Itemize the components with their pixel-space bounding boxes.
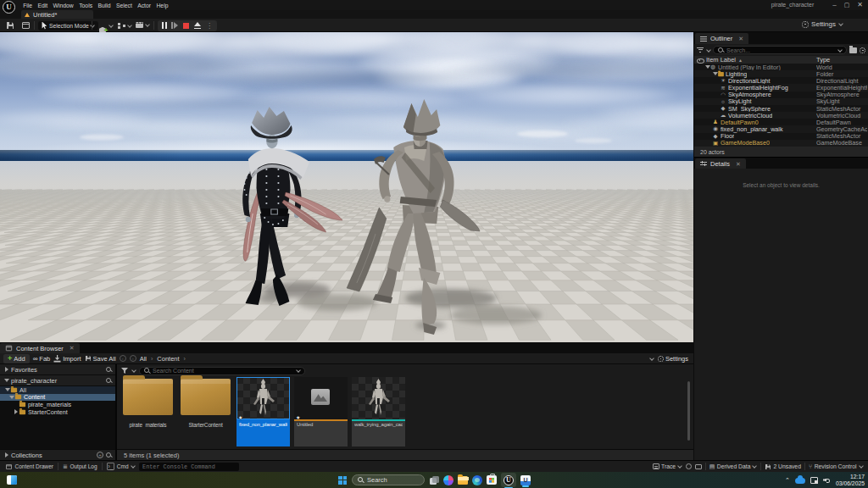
chevron-down-icon[interactable] bbox=[131, 369, 136, 373]
copilot-icon[interactable] bbox=[443, 474, 453, 486]
insights-button[interactable] bbox=[686, 463, 692, 469]
tree-item-pirate_materials[interactable]: pirate_materials bbox=[0, 401, 115, 408]
expander-icon[interactable] bbox=[704, 64, 709, 69]
unsaved-button[interactable]: 2 Unsaved bbox=[765, 463, 801, 470]
asset-search-input[interactable]: Search Content bbox=[139, 367, 305, 375]
edge-icon[interactable] bbox=[472, 474, 482, 486]
menu-build[interactable]: Build bbox=[95, 3, 114, 8]
close-icon[interactable]: ✕ bbox=[70, 345, 75, 352]
derived-data-dropdown[interactable]: ▤Derived Data bbox=[709, 463, 757, 470]
add-button[interactable]: +Add bbox=[3, 354, 30, 363]
tray-expand-icon[interactable]: ⌃ bbox=[785, 477, 790, 484]
chevron-down-icon[interactable] bbox=[706, 48, 710, 53]
tree-item-all[interactable]: All bbox=[0, 386, 115, 394]
column-type[interactable]: Type bbox=[816, 56, 830, 64]
content-drawer-button[interactable]: Content Drawer bbox=[5, 463, 53, 470]
expander-icon[interactable] bbox=[8, 395, 14, 400]
fab-button[interactable]: ∞Fab bbox=[33, 355, 51, 363]
collections-section[interactable]: Collections + bbox=[0, 449, 115, 460]
frame-skip-button[interactable] bbox=[174, 22, 178, 29]
unreal-logo-icon[interactable] bbox=[3, 1, 15, 14]
task-view-icon[interactable] bbox=[429, 474, 439, 486]
create-folder-icon[interactable] bbox=[849, 47, 857, 53]
cinematics-dropdown[interactable] bbox=[136, 22, 149, 28]
breadcrumb-content[interactable]: Content bbox=[157, 355, 179, 363]
output-log-button[interactable]: ≣Output Log bbox=[63, 463, 97, 470]
expander-icon[interactable] bbox=[712, 71, 717, 76]
close-button[interactable]: ✕ bbox=[857, 2, 863, 8]
outliner-search-input[interactable]: Search... bbox=[713, 46, 847, 54]
volume-icon[interactable] bbox=[823, 477, 831, 484]
asset-tile-walk_trying_again_cache[interactable]: walk_trying_again_cache bbox=[352, 377, 405, 448]
breadcrumb-all[interactable]: All bbox=[140, 355, 147, 363]
close-icon[interactable]: ✕ bbox=[736, 161, 741, 168]
widgets-icon[interactable] bbox=[7, 475, 17, 485]
stop-button[interactable] bbox=[183, 23, 189, 29]
eject-button[interactable] bbox=[194, 22, 201, 29]
save-all-button[interactable]: Save All bbox=[85, 355, 116, 363]
browse-content-button[interactable] bbox=[22, 22, 30, 29]
menu-actor[interactable]: Actor bbox=[135, 3, 153, 8]
start-button[interactable] bbox=[337, 474, 348, 486]
store-icon[interactable] bbox=[487, 474, 497, 486]
search-icon[interactable] bbox=[106, 378, 112, 384]
network-icon[interactable] bbox=[810, 477, 818, 484]
expander-icon[interactable] bbox=[4, 387, 9, 392]
add-collection-icon[interactable]: + bbox=[97, 452, 103, 458]
asset-tile-pirate_materials[interactable]: pirate_materials bbox=[121, 377, 175, 448]
outliner-tab[interactable]: Outliner ✕ bbox=[695, 33, 748, 44]
blueprints-dropdown[interactable] bbox=[118, 22, 131, 29]
menu-file[interactable]: File bbox=[20, 3, 35, 8]
console-command-input[interactable]: Enter Console Command bbox=[139, 463, 239, 471]
asset-tile-StarterContent[interactable]: StarterContent bbox=[179, 377, 232, 448]
screenshot-button[interactable] bbox=[695, 464, 702, 469]
taskbar-clock[interactable]: 12:17 03/06/2025 bbox=[836, 474, 865, 487]
save-level-button[interactable] bbox=[7, 22, 14, 29]
pause-button[interactable] bbox=[162, 22, 167, 29]
level-tab[interactable]: Untitled* bbox=[21, 10, 93, 19]
outliner-row[interactable]: ▣GameModeBase0GameModeBase bbox=[694, 140, 868, 147]
gear-icon[interactable] bbox=[860, 47, 865, 53]
forward-button[interactable]: › bbox=[130, 355, 136, 362]
revision-control-dropdown[interactable]: ⑂Revision Control bbox=[809, 463, 863, 469]
scrollbar[interactable] bbox=[687, 381, 690, 441]
tree-item-startercontent[interactable]: StarterContent bbox=[0, 408, 115, 416]
viewport-3d[interactable] bbox=[0, 32, 693, 342]
maximize-button[interactable]: ▢ bbox=[844, 2, 850, 8]
filter-icon[interactable] bbox=[697, 47, 704, 53]
import-button[interactable]: Import bbox=[53, 355, 81, 363]
file-explorer-icon[interactable] bbox=[458, 474, 468, 486]
asset-tile-fixed_non_planar_walk[interactable]: ★fixed_non_planar_walk bbox=[236, 377, 290, 448]
tree-item-content[interactable]: Content bbox=[0, 394, 115, 402]
column-item-label[interactable]: Item Label bbox=[706, 56, 736, 64]
app-taskbar-icon[interactable] bbox=[520, 474, 531, 486]
favorites-section[interactable]: Favorites bbox=[0, 364, 115, 375]
add-actor-dropdown[interactable]: + bbox=[99, 22, 113, 30]
menu-window[interactable]: Window bbox=[50, 3, 76, 8]
chevron-down-icon[interactable] bbox=[650, 357, 654, 361]
visibility-column-icon[interactable] bbox=[697, 58, 704, 63]
play-options-menu[interactable]: ⋮ bbox=[206, 22, 213, 30]
asset-tile-Untitled[interactable]: ★Untitled bbox=[294, 377, 348, 448]
menu-select[interactable]: Select bbox=[114, 3, 135, 8]
filter-icon[interactable] bbox=[121, 368, 128, 374]
viewport-settings-dropdown[interactable]: Settings bbox=[802, 20, 843, 28]
close-icon[interactable]: ✕ bbox=[738, 36, 743, 42]
onedrive-icon[interactable] bbox=[795, 478, 805, 484]
menu-edit[interactable]: Edit bbox=[35, 3, 50, 8]
sources-section[interactable]: pirate_character bbox=[0, 375, 115, 386]
menu-tools[interactable]: Tools bbox=[76, 3, 95, 8]
expander-icon[interactable] bbox=[13, 409, 18, 414]
cmd-dropdown[interactable]: ›_Cmd bbox=[107, 463, 136, 470]
taskbar-search[interactable]: Search bbox=[352, 474, 425, 485]
back-button[interactable]: ‹ bbox=[120, 355, 126, 362]
minimize-button[interactable]: – bbox=[832, 2, 836, 8]
search-icon[interactable] bbox=[106, 367, 112, 373]
unreal-engine-taskbar-icon[interactable]: U bbox=[501, 473, 516, 487]
selection-mode-dropdown[interactable]: Selection Mode bbox=[38, 21, 98, 30]
content-browser-tab[interactable]: Content Browser ✕ bbox=[0, 343, 80, 353]
cb-settings-button[interactable]: Settings bbox=[658, 355, 688, 363]
search-icon[interactable] bbox=[106, 452, 112, 458]
menu-help[interactable]: Help bbox=[153, 3, 170, 8]
trace-dropdown[interactable]: Trace bbox=[653, 463, 682, 469]
